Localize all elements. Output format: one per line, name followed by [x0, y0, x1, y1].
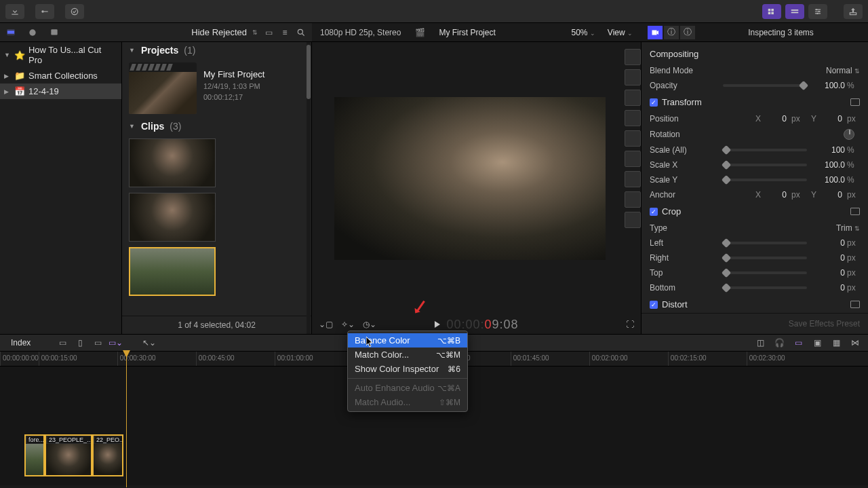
- overlay-tool[interactable]: [625, 69, 641, 86]
- search-icon[interactable]: [296, 27, 307, 38]
- titles-icon[interactable]: [49, 27, 60, 38]
- zoom-control[interactable]: 50% ⌄: [571, 28, 595, 37]
- timeline-clip[interactable]: 22_PEO...: [92, 434, 123, 476]
- clips-section[interactable]: ▼ Clips (3): [122, 118, 311, 134]
- keyword-button[interactable]: [35, 4, 54, 19]
- photos-icon[interactable]: [27, 27, 38, 38]
- blend-mode-value[interactable]: Normal ⇅: [826, 66, 860, 75]
- ruler-tick: 00:00:45:00: [196, 352, 275, 366]
- select-tool-icon[interactable]: ↖⌄: [143, 337, 155, 348]
- list-view-icon[interactable]: ≡: [279, 27, 290, 38]
- reset-icon[interactable]: [850, 98, 860, 106]
- play-button[interactable]: [434, 321, 439, 328]
- overlay-tool[interactable]: [625, 49, 641, 65]
- clip-thumbnail[interactable]: [129, 138, 216, 187]
- section-count: (3): [170, 121, 181, 132]
- overlay-tool[interactable]: [625, 130, 641, 147]
- audio-skimming-icon[interactable]: 🎧: [773, 337, 785, 348]
- reset-icon[interactable]: [850, 301, 860, 308]
- disclosure-icon[interactable]: ▶: [4, 88, 11, 95]
- timeline-clip[interactable]: fore...: [24, 434, 45, 476]
- scale-all-slider[interactable]: [723, 149, 807, 151]
- library-item[interactable]: ▼ ⭐ How To Us...al Cut Pro: [0, 42, 121, 68]
- solo-icon[interactable]: ▭: [792, 337, 804, 348]
- disclosure-icon[interactable]: ▶: [4, 73, 11, 79]
- viewer-overlay-tools: [625, 49, 641, 228]
- menu-item-show-color-inspector[interactable]: Show Color Inspector⌘6: [348, 362, 467, 376]
- section-label: Projects: [141, 45, 178, 56]
- disclosure-icon[interactable]: ▼: [4, 52, 11, 58]
- layout-inspector-button[interactable]: [808, 4, 827, 19]
- layout-browser-button[interactable]: [762, 4, 781, 19]
- insert-clip-icon[interactable]: ▯: [74, 337, 86, 348]
- overlay-tool[interactable]: [625, 151, 641, 167]
- section-label: Clips: [141, 121, 164, 132]
- crop-tool-icon[interactable]: ⌄▢: [319, 320, 333, 329]
- scrollbar[interactable]: [307, 42, 311, 334]
- scale-y-slider[interactable]: [723, 179, 807, 181]
- library-item[interactable]: ▶ 📁 Smart Collections: [0, 68, 121, 83]
- opacity-value[interactable]: 100.0: [812, 81, 845, 90]
- transform-checkbox[interactable]: ✓: [650, 98, 658, 107]
- inspector-panel: Compositing Blend Mode Normal ⇅ Opacity …: [641, 42, 868, 334]
- background-tasks-button[interactable]: [65, 4, 84, 19]
- effects-browser-icon[interactable]: ▦: [830, 337, 842, 348]
- ruler-tick: 00:00:30:00: [117, 352, 196, 366]
- effects-tool-icon[interactable]: ✧⌄: [341, 320, 355, 329]
- position-x[interactable]: 0: [764, 114, 787, 124]
- append-clip-icon[interactable]: ▭: [92, 337, 104, 348]
- generic-inspector-tab[interactable]: ⓘ: [680, 26, 695, 39]
- clip-thumbnail[interactable]: [129, 193, 216, 242]
- overwrite-clip-icon[interactable]: ▭⌄: [109, 337, 121, 348]
- rotation-dial[interactable]: [844, 129, 854, 140]
- overlay-tool[interactable]: [625, 212, 641, 228]
- overlay-tool[interactable]: [625, 191, 641, 208]
- viewer-project-name: My First Project: [439, 28, 495, 37]
- distort-checkbox[interactable]: ✓: [650, 301, 658, 309]
- filter-label[interactable]: Hide Rejected: [191, 27, 247, 37]
- view-menu[interactable]: View ⌄: [608, 28, 633, 37]
- opacity-slider[interactable]: [723, 84, 807, 87]
- library-icon[interactable]: [5, 27, 16, 38]
- save-effects-preset: Save Effects Preset: [642, 313, 868, 334]
- timeline-index-button[interactable]: Index: [7, 337, 35, 349]
- svg-rect-13: [7, 29, 15, 31]
- video-inspector-tab[interactable]: [648, 26, 663, 39]
- fullscreen-icon[interactable]: ⛶: [626, 320, 634, 329]
- projects-section[interactable]: ▼ Projects (1): [122, 42, 311, 58]
- section-title: Crop: [662, 206, 681, 217]
- svg-point-17: [298, 29, 302, 34]
- connect-clip-icon[interactable]: ▭: [56, 337, 68, 348]
- skimming-icon[interactable]: ◫: [754, 337, 766, 348]
- anchor-row: Anchor X0px Y0px: [642, 187, 868, 202]
- section-title: Compositing: [650, 49, 698, 59]
- library-item[interactable]: ▶ 📅 12-4-19: [0, 83, 121, 99]
- ruler-tick: 00:01:00:00: [275, 352, 353, 366]
- scale-x-slider[interactable]: [723, 164, 807, 166]
- playhead[interactable]: [126, 352, 127, 487]
- crop-type[interactable]: Trim ⇅: [836, 223, 860, 233]
- transitions-browser-icon[interactable]: ⋈: [849, 337, 861, 348]
- svg-rect-18: [652, 30, 657, 35]
- viewer-panel: ⌄▢ ✧⌄ ◷⌄ 00:00:09:08 ⛶: [312, 42, 641, 334]
- share-button[interactable]: [844, 4, 863, 19]
- project-card[interactable]: My First Project 12/4/19, 1:03 PM 00:00:…: [122, 58, 311, 118]
- clip-thumbnail[interactable]: [129, 247, 216, 296]
- retime-tool-icon[interactable]: ◷⌄: [363, 320, 376, 329]
- info-inspector-tab[interactable]: ⓘ: [664, 26, 679, 39]
- overlay-tool[interactable]: [625, 90, 641, 106]
- overlay-tool[interactable]: [625, 110, 641, 126]
- menu-item-match-color[interactable]: Match Color...⌥⌘M: [348, 348, 467, 362]
- clip-appearance-icon[interactable]: ▭: [263, 27, 274, 38]
- reset-icon[interactable]: [850, 208, 860, 215]
- timeline-clip[interactable]: 23_PEOPLE_...: [45, 434, 92, 476]
- compositing-section: Compositing: [642, 45, 868, 63]
- snapping-icon[interactable]: ▣: [811, 337, 823, 348]
- star-icon: ⭐: [15, 50, 24, 60]
- layout-timeline-button[interactable]: [785, 4, 804, 19]
- overlay-tool[interactable]: [625, 171, 641, 187]
- import-button[interactable]: [5, 4, 24, 19]
- viewer-frame[interactable]: [334, 97, 606, 260]
- position-y[interactable]: 0: [819, 114, 842, 124]
- crop-checkbox[interactable]: ✓: [650, 208, 658, 216]
